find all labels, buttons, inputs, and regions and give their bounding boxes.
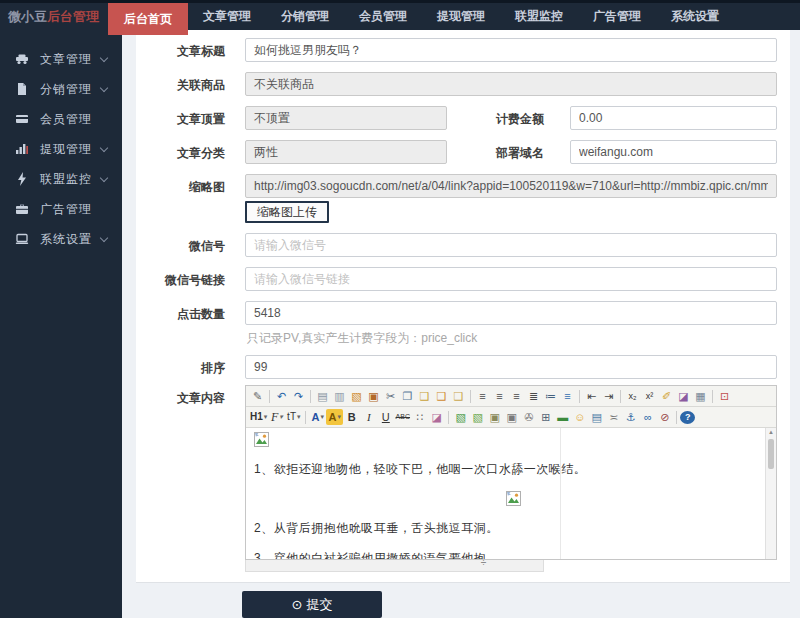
click-count-input[interactable] xyxy=(245,301,777,325)
subscript-icon[interactable]: x₂ xyxy=(624,388,641,404)
select-all-icon[interactable]: ▦ xyxy=(692,388,709,404)
underline-icon[interactable]: U xyxy=(377,409,394,425)
top-tab-4[interactable]: 会员管理 xyxy=(350,3,416,30)
ordered-list-icon[interactable]: ≔ xyxy=(542,388,559,404)
toolbar-separator xyxy=(676,411,677,424)
copy-icon[interactable]: ❐ xyxy=(399,388,416,404)
top-tab-7[interactable]: 广告管理 xyxy=(584,3,650,30)
outdent-icon[interactable]: ⇤ xyxy=(583,388,600,404)
paste-icon[interactable]: ❑ xyxy=(416,388,433,404)
anchor-icon[interactable]: ⚓ xyxy=(622,409,639,425)
italic-icon[interactable]: I xyxy=(360,409,377,425)
top-black-strip xyxy=(0,0,800,3)
align-justify-icon[interactable]: ≣ xyxy=(525,388,542,404)
about-icon[interactable]: ? xyxy=(680,411,695,424)
highlight-color-icon[interactable]: A▾ xyxy=(326,409,343,425)
redo-icon[interactable]: ↷ xyxy=(290,388,307,404)
unlink-icon[interactable]: ⊘ xyxy=(656,409,673,425)
paste-text-icon[interactable]: ❑ xyxy=(450,388,467,404)
source-icon[interactable]: ✎ xyxy=(249,388,266,404)
toolbar-separator xyxy=(579,390,580,403)
sidebar-item-label: 联盟监控 xyxy=(40,171,101,188)
indent-icon[interactable]: ⇥ xyxy=(600,388,617,404)
line-height-icon[interactable]: ∷ xyxy=(411,409,428,425)
category-select[interactable]: 两性 xyxy=(245,140,447,164)
wechat-link-input[interactable] xyxy=(245,267,777,291)
top-tab-8[interactable]: 系统设置 xyxy=(662,3,728,30)
top-tab-3[interactable]: 分销管理 xyxy=(272,3,338,30)
form-row-title: 文章标题 xyxy=(136,38,790,62)
template-icon[interactable]: ▧ xyxy=(348,388,365,404)
heading-select[interactable]: H1▾ xyxy=(249,409,268,425)
superscript-icon[interactable]: x² xyxy=(641,388,658,404)
cut-icon[interactable]: ✂ xyxy=(382,388,399,404)
sort-input[interactable] xyxy=(245,355,777,379)
fullscreen-icon[interactable]: ⊡ xyxy=(716,388,733,404)
sidebar-item-6[interactable]: 广告管理 xyxy=(0,194,122,224)
toolbar-separator xyxy=(712,390,713,403)
top-tab-2[interactable]: 文章管理 xyxy=(194,3,260,30)
car-icon xyxy=(15,52,29,66)
top-tab-5[interactable]: 提现管理 xyxy=(428,3,494,30)
deploy-domain-input[interactable] xyxy=(570,140,777,164)
picture-icon[interactable]: ▤ xyxy=(588,409,605,425)
top-tab-6[interactable]: 联盟监控 xyxy=(506,3,572,30)
undo-icon[interactable]: ↶ xyxy=(273,388,290,404)
top-tab-1[interactable]: 后台首页 xyxy=(108,3,188,35)
clear-format-icon[interactable]: ◪ xyxy=(675,388,692,404)
form-icon[interactable]: ▣ xyxy=(365,388,382,404)
wechat-link-label: 微信号链接 xyxy=(136,267,225,289)
sidebar-item-4[interactable]: 提现管理 xyxy=(0,134,122,164)
editor-content-area[interactable]: ▲ 1、欲拒还迎地吻他，轻咬下巴，他咽一次口水舔一次喉结。2、从背后拥抱他吮吸耳… xyxy=(246,428,776,560)
paste-word-icon[interactable]: ❑ xyxy=(433,388,450,404)
align-right-icon[interactable]: ≡ xyxy=(508,388,525,404)
text-color-icon[interactable]: A▾ xyxy=(309,409,326,425)
thumbnail-url-input[interactable] xyxy=(245,174,777,198)
top-placement-select[interactable]: 不顶置 xyxy=(245,106,447,130)
sidebar-item-1[interactable]: 文章管理 xyxy=(0,44,122,74)
flash-icon[interactable]: ▣ xyxy=(486,409,503,425)
font-family-select[interactable]: F▾ xyxy=(268,409,285,425)
app-logo[interactable]: 微小豆后台管理 xyxy=(0,3,108,30)
pagebreak-icon[interactable]: ≍ xyxy=(605,409,622,425)
laptop-icon xyxy=(15,232,29,246)
editor-scrollbar[interactable]: ▲ xyxy=(765,428,776,559)
editor-statusbar: ÷ xyxy=(245,560,544,572)
media-icon[interactable]: ▣ xyxy=(503,409,520,425)
font-size-select[interactable]: tT▾ xyxy=(285,409,302,425)
thumbnail-upload-button[interactable]: 缩略图上传 xyxy=(245,201,329,223)
sidebar-item-2[interactable]: 分销管理 xyxy=(0,74,122,104)
article-title-input[interactable] xyxy=(245,38,777,62)
link-icon[interactable]: ∞ xyxy=(639,409,656,425)
broken-image-icon[interactable] xyxy=(506,491,521,506)
wechat-input[interactable] xyxy=(245,233,777,257)
align-center-icon[interactable]: ≡ xyxy=(491,388,508,404)
related-product-select[interactable]: 不关联商品 xyxy=(245,72,777,96)
sidebar-item-label: 广告管理 xyxy=(40,201,112,218)
bold-icon[interactable]: B xyxy=(343,409,360,425)
unordered-list-icon[interactable]: ≡ xyxy=(559,388,576,404)
align-left-icon[interactable]: ≡ xyxy=(474,388,491,404)
broken-image-icon[interactable] xyxy=(254,432,269,447)
image-network-icon[interactable]: ▧ xyxy=(469,409,486,425)
image-upload-icon[interactable]: ▧ xyxy=(452,409,469,425)
print-icon[interactable]: ▥ xyxy=(331,388,348,404)
sidebar-item-5[interactable]: 联盟监控 xyxy=(0,164,122,194)
logo-secondary: 后台管理 xyxy=(47,9,99,24)
format-brush-icon[interactable]: ✐ xyxy=(658,388,675,404)
sidebar-item-3[interactable]: 会员管理 xyxy=(0,104,122,134)
billing-amount-input[interactable] xyxy=(570,106,777,130)
table-icon[interactable]: ⊞ xyxy=(537,409,554,425)
remove-format-icon[interactable]: ◪ xyxy=(428,409,445,425)
submit-button[interactable]: ⊙提交 xyxy=(242,591,382,618)
sidebar-item-7[interactable]: 系统设置 xyxy=(0,224,122,254)
hr-icon[interactable]: ▬ xyxy=(554,409,571,425)
chevron-down-icon xyxy=(100,233,108,241)
scrollbar-thumb[interactable] xyxy=(768,439,774,469)
scroll-up-arrow-icon[interactable]: ▲ xyxy=(766,429,776,435)
attachment-icon[interactable]: ✇ xyxy=(520,409,537,425)
preview-icon[interactable]: ▤ xyxy=(314,388,331,404)
strikethrough-icon[interactable]: ABC xyxy=(394,409,411,425)
editor-resize-handle-icon[interactable]: ÷ xyxy=(481,557,487,568)
emoticon-icon[interactable]: ☺ xyxy=(571,409,588,425)
